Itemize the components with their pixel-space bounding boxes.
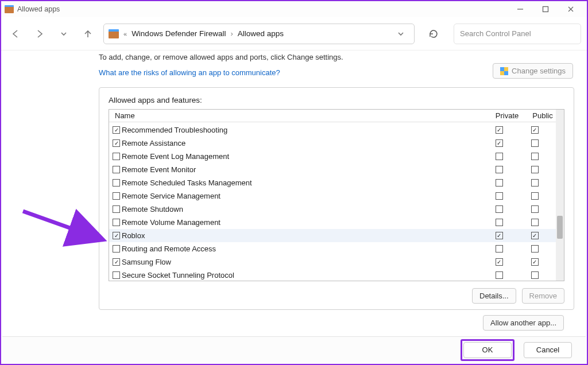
- risk-link[interactable]: What are the risks of allowing an app to…: [99, 68, 280, 77]
- public-checkbox[interactable]: [531, 258, 539, 266]
- col-name[interactable]: Name: [113, 111, 489, 120]
- private-checkbox[interactable]: [496, 153, 503, 160]
- row-checkbox[interactable]: [113, 192, 120, 200]
- shield-icon: [500, 67, 508, 75]
- address-bar[interactable]: « Windows Defender Firewall › Allowed ap…: [103, 24, 415, 44]
- list-rows: Recommended TroubleshootingRemote Assist…: [109, 123, 556, 281]
- breadcrumb-part1[interactable]: Windows Defender Firewall: [131, 29, 226, 38]
- private-checkbox[interactable]: [496, 271, 503, 279]
- scrollbar[interactable]: [556, 110, 564, 281]
- toolbar: « Windows Defender Firewall › Allowed ap…: [1, 17, 587, 51]
- row-checkbox[interactable]: [113, 258, 120, 266]
- apps-list[interactable]: Name Private Public Recommended Troubles…: [109, 109, 564, 281]
- public-checkbox[interactable]: [531, 179, 539, 187]
- table-row[interactable]: Remote Assistance: [109, 137, 556, 150]
- list-header: Name Private Public: [109, 110, 564, 122]
- row-name: Remote Event Log Management: [122, 152, 481, 161]
- row-name: Remote Event Monitor: [122, 165, 481, 174]
- cancel-button[interactable]: Cancel: [524, 342, 572, 358]
- row-name: Secure Socket Tunneling Protocol: [122, 271, 481, 279]
- forward-button[interactable]: [31, 25, 48, 42]
- panel-title: Allowed apps and features:: [109, 96, 564, 104]
- row-name: Remote Scheduled Tasks Management: [122, 178, 481, 187]
- row-checkbox[interactable]: [113, 139, 120, 147]
- scroll-thumb[interactable]: [557, 216, 563, 239]
- col-public[interactable]: Public: [525, 111, 560, 120]
- private-checkbox[interactable]: [496, 205, 503, 213]
- search-placeholder: Search Control Panel: [460, 29, 531, 38]
- private-checkbox[interactable]: [496, 245, 503, 253]
- footer: OK Cancel: [2, 336, 586, 363]
- content-area: To add, change, or remove allowed apps a…: [1, 51, 587, 336]
- table-row[interactable]: Remote Volume Management: [109, 216, 556, 229]
- private-checkbox[interactable]: [496, 232, 503, 239]
- private-checkbox[interactable]: [496, 219, 503, 226]
- remove-button[interactable]: Remove: [522, 288, 564, 304]
- back-button[interactable]: [7, 25, 24, 42]
- row-checkbox[interactable]: [113, 166, 120, 173]
- table-row[interactable]: Remote Event Log Management: [109, 150, 556, 163]
- up-button[interactable]: [79, 25, 96, 42]
- titlebar: Allowed apps: [1, 1, 587, 17]
- table-row[interactable]: Remote Shutdown: [109, 203, 556, 216]
- window-title: Allowed apps: [17, 5, 508, 13]
- allow-another-app-button[interactable]: Allow another app...: [483, 315, 564, 331]
- private-checkbox[interactable]: [496, 126, 503, 134]
- public-checkbox[interactable]: [531, 153, 539, 160]
- public-checkbox[interactable]: [531, 271, 539, 279]
- public-checkbox[interactable]: [531, 205, 539, 213]
- address-dropdown[interactable]: [392, 25, 409, 42]
- close-button[interactable]: [558, 2, 583, 17]
- row-checkbox[interactable]: [113, 245, 120, 253]
- details-button[interactable]: Details...: [472, 288, 516, 304]
- public-checkbox[interactable]: [531, 166, 539, 173]
- private-checkbox[interactable]: [496, 139, 503, 147]
- row-checkbox[interactable]: [113, 232, 120, 239]
- private-checkbox[interactable]: [496, 258, 503, 266]
- table-row[interactable]: Samsung Flow: [109, 255, 556, 269]
- breadcrumb-overflow[interactable]: «: [123, 30, 127, 37]
- recent-dropdown[interactable]: [55, 25, 72, 42]
- row-name: Remote Shutdown: [122, 205, 481, 213]
- public-checkbox[interactable]: [531, 139, 539, 147]
- public-checkbox[interactable]: [531, 219, 539, 226]
- row-checkbox[interactable]: [113, 219, 120, 226]
- svg-rect-1: [543, 7, 548, 12]
- public-checkbox[interactable]: [531, 192, 539, 200]
- table-row[interactable]: Routing and Remote Access: [109, 242, 556, 255]
- public-checkbox[interactable]: [531, 232, 539, 239]
- chevron-right-icon: ›: [230, 29, 233, 38]
- search-input[interactable]: Search Control Panel: [454, 24, 581, 44]
- row-checkbox[interactable]: [113, 205, 120, 213]
- minimize-button[interactable]: [508, 2, 533, 17]
- maximize-button[interactable]: [533, 2, 558, 17]
- table-row[interactable]: Remote Event Monitor: [109, 163, 556, 176]
- row-checkbox[interactable]: [113, 179, 120, 187]
- refresh-button[interactable]: [424, 24, 443, 44]
- table-row[interactable]: Roblox: [109, 229, 556, 242]
- table-row[interactable]: Recommended Troubleshooting: [109, 123, 556, 137]
- breadcrumb-part2[interactable]: Allowed apps: [238, 29, 284, 38]
- change-settings-button[interactable]: Change settings: [493, 63, 573, 79]
- row-checkbox[interactable]: [113, 153, 120, 160]
- table-row[interactable]: Remote Service Management: [109, 189, 556, 203]
- private-checkbox[interactable]: [496, 192, 503, 200]
- row-name: Samsung Flow: [122, 258, 481, 266]
- ok-button[interactable]: OK: [463, 342, 512, 358]
- row-name: Recommended Troubleshooting: [122, 126, 481, 134]
- row-name: Roblox: [122, 231, 481, 240]
- private-checkbox[interactable]: [496, 179, 503, 187]
- row-checkbox[interactable]: [113, 271, 120, 279]
- table-row[interactable]: Secure Socket Tunneling Protocol: [109, 269, 556, 281]
- table-row[interactable]: Remote Scheduled Tasks Management: [109, 176, 556, 189]
- firewall-icon: [109, 29, 119, 38]
- ok-highlight: OK: [461, 339, 514, 361]
- allowed-apps-panel: Allowed apps and features: Name Private …: [99, 87, 574, 310]
- private-checkbox[interactable]: [496, 166, 503, 173]
- row-checkbox[interactable]: [113, 126, 120, 134]
- row-name: Routing and Remote Access: [122, 244, 481, 253]
- instruction-text: To add, change, or remove allowed apps a…: [99, 53, 574, 61]
- public-checkbox[interactable]: [531, 245, 539, 253]
- col-private[interactable]: Private: [489, 111, 525, 120]
- public-checkbox[interactable]: [531, 126, 539, 134]
